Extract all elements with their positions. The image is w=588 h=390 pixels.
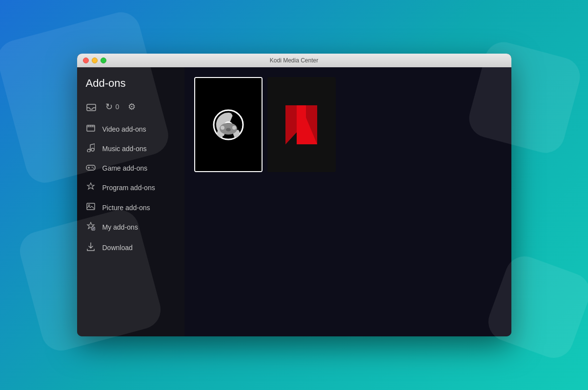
svg-point-14 — [88, 205, 90, 206]
steam-label: Steam Community — [195, 171, 262, 172]
sidebar-item-program[interactable]: Program add-ons — [77, 177, 184, 198]
svg-rect-13 — [87, 203, 95, 210]
sidebar-item-program-label: Program add-ons — [102, 184, 155, 192]
picture-icon — [86, 203, 96, 212]
steam-thumbnail — [195, 78, 262, 171]
maximize-button[interactable] — [101, 58, 106, 63]
addon-card-netflix[interactable]: Netflix — [267, 77, 336, 172]
sidebar-item-picture-label: Picture add-ons — [102, 204, 150, 212]
svg-point-22 — [226, 128, 231, 131]
window-title: Kodi Media Center — [270, 57, 318, 64]
addon-grid: Steam Community Netflix — [194, 77, 502, 172]
svg-point-21 — [232, 126, 236, 130]
main-content: Steam Community Netflix — [184, 67, 511, 336]
svg-point-20 — [221, 126, 224, 130]
traffic-lights — [83, 58, 106, 63]
title-bar: Kodi Media Center — [77, 54, 511, 67]
minimize-button[interactable] — [92, 58, 98, 63]
addon-card-steam[interactable]: Steam Community — [194, 77, 263, 172]
program-icon — [86, 182, 96, 193]
close-button[interactable] — [83, 58, 89, 63]
netflix-thumbnail — [267, 77, 336, 172]
